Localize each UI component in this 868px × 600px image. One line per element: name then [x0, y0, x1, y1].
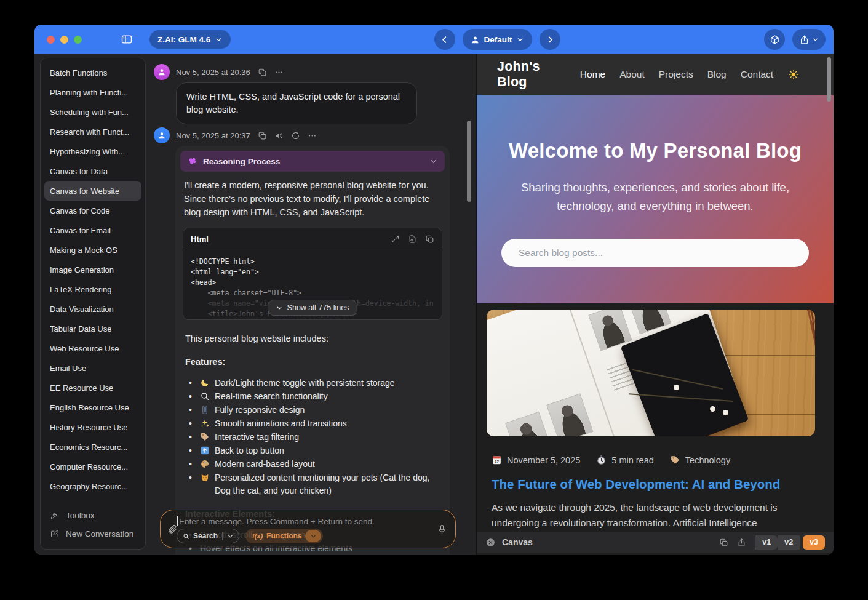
- features-heading: Features:: [185, 356, 440, 369]
- version-button[interactable]: v3: [803, 535, 825, 550]
- speaker-icon[interactable]: [274, 131, 284, 140]
- extensions-button[interactable]: [764, 29, 785, 50]
- sidebar-item-label: EE Resource Use: [50, 383, 113, 393]
- bullet: •: [189, 431, 195, 444]
- forward-button[interactable]: [540, 29, 560, 50]
- copy-code-icon[interactable]: [425, 234, 434, 244]
- more-options-icon[interactable]: [274, 68, 284, 77]
- sun-icon[interactable]: [788, 68, 799, 81]
- minimize-window-button[interactable]: [60, 36, 68, 44]
- wrench-icon: [50, 511, 59, 520]
- chevron-left-icon: [440, 35, 449, 44]
- chevron-down-icon: [310, 533, 317, 540]
- close-canvas-icon[interactable]: [485, 537, 496, 548]
- model-selector[interactable]: Z.AI: GLM 4.6: [149, 30, 231, 49]
- copy-icon[interactable]: [258, 131, 267, 140]
- sidebar-toggle-button[interactable]: [119, 33, 134, 46]
- regenerate-icon[interactable]: [291, 131, 300, 140]
- blog-nav-link[interactable]: Projects: [659, 69, 693, 80]
- feature-text: Smooth animations and transitions: [215, 417, 347, 430]
- sidebar-item[interactable]: Canvas for Data: [44, 161, 141, 181]
- more-options-icon[interactable]: [308, 131, 317, 140]
- sidebar-item-label: Research with Funct...: [50, 127, 129, 137]
- canvas-panel: John's Blog HomeAboutProjectsBlogContact…: [476, 54, 834, 555]
- intro-text: This personal blog website includes:: [185, 332, 440, 345]
- sidebar-item[interactable]: LaTeX Rendering: [44, 279, 141, 299]
- code-line: <!DOCTYPE html>: [191, 257, 434, 267]
- blog-nav-link[interactable]: Home: [580, 69, 605, 80]
- sidebar-item[interactable]: Making a Mock OS: [44, 240, 141, 260]
- profile-selector[interactable]: Default: [463, 29, 533, 50]
- blog-nav-link[interactable]: Blog: [707, 69, 727, 80]
- assistant-message-card: Reasoning Process I'll create a modern, …: [175, 146, 450, 555]
- sidebar-item[interactable]: Image Generation: [44, 260, 141, 279]
- blog-nav-link[interactable]: About: [619, 69, 645, 80]
- toolbox-button[interactable]: Toolbox: [47, 506, 141, 524]
- feature-item: • Real-time search functionality: [189, 390, 440, 403]
- share-button[interactable]: [792, 29, 826, 50]
- post-title[interactable]: The Future of Web Development: AI and Be…: [492, 477, 815, 492]
- bullet: •: [189, 377, 195, 390]
- copy-icon[interactable]: [258, 68, 267, 77]
- cat-icon: [200, 473, 210, 482]
- message-input[interactable]: [179, 514, 428, 528]
- sidebar-item[interactable]: English Resource Use: [44, 398, 141, 417]
- sidebar-item-label: Data Visualization: [50, 305, 114, 314]
- sidebar-item-label: Web Resource Use: [50, 344, 119, 353]
- sidebar-item[interactable]: Canvas for Code: [44, 201, 141, 220]
- reasoning-toggle[interactable]: Reasoning Process: [180, 151, 445, 172]
- code-block: Html <!DOCTYPE html><html lang="en"><hea…: [183, 228, 442, 320]
- traffic-lights: [47, 25, 82, 54]
- back-button[interactable]: [434, 29, 455, 50]
- functions-button[interactable]: f(x) Functions: [245, 529, 323, 543]
- brain-icon: [188, 156, 197, 166]
- sidebar-item-label: Canvas for Website: [50, 186, 119, 196]
- sidebar-item[interactable]: Tabular Data Use: [44, 319, 141, 338]
- timestamp: Nov 5, 2025 at 20:37: [176, 131, 250, 140]
- sidebar-item[interactable]: Research with Funct...: [44, 122, 141, 142]
- navigation-group: Default: [434, 29, 561, 50]
- sidebar-item[interactable]: Batch Functions: [44, 63, 141, 82]
- sidebar-item[interactable]: Canvas for Email: [44, 220, 141, 240]
- sidebar-item[interactable]: Economics Resourc...: [44, 437, 141, 457]
- sidebar-item[interactable]: Planning with Functi...: [44, 82, 141, 102]
- expand-icon[interactable]: [391, 234, 400, 244]
- microphone-icon[interactable]: [437, 524, 447, 534]
- feature-text: Personalized content mentioning your pet…: [215, 471, 440, 497]
- copy-canvas-icon[interactable]: [719, 538, 728, 547]
- blog-search-input[interactable]: [501, 239, 809, 267]
- chat-panel: Nov 5, 2025 at 20:36 Write HTML, CSS, an…: [149, 54, 476, 555]
- save-file-icon[interactable]: [408, 234, 417, 244]
- sidebar-item[interactable]: History Resource Use: [44, 417, 141, 437]
- blog-nav-link[interactable]: Contact: [741, 69, 773, 80]
- sidebar-item-label: Image Generation: [50, 265, 114, 274]
- titlebar: Z.AI: GLM 4.6 Default: [34, 25, 834, 54]
- sidebar-item[interactable]: Geography Resourc...: [44, 476, 141, 496]
- sidebar-item[interactable]: Email Use: [44, 358, 141, 378]
- sidebar-item[interactable]: Computer Resource...: [44, 457, 141, 476]
- sidebar-item[interactable]: Web Resource Use: [44, 338, 141, 358]
- user-message-header: Nov 5, 2025 at 20:36: [176, 68, 284, 77]
- new-conversation-button[interactable]: New Conversation: [47, 524, 141, 543]
- magnifier-icon: [183, 533, 189, 540]
- chevron-down-icon: [276, 305, 283, 311]
- chat-scrollbar[interactable]: [467, 121, 471, 202]
- chevron-right-icon: [546, 35, 555, 44]
- sidebar-item[interactable]: Canvas for Website: [44, 181, 141, 201]
- blog-scrollbar[interactable]: [827, 57, 831, 102]
- user-message-text: Write HTML, CSS, and JavaScript code for…: [186, 92, 400, 114]
- sidebar-item[interactable]: Scheduling with Fun...: [44, 102, 141, 122]
- stopwatch-icon: [596, 455, 607, 465]
- search-mode-button[interactable]: Search: [177, 529, 239, 543]
- sidebar-item[interactable]: EE Resource Use: [44, 378, 141, 398]
- share-canvas-icon[interactable]: [737, 538, 746, 547]
- sidebar-item[interactable]: Data Visualization: [44, 299, 141, 319]
- show-all-lines-button[interactable]: Show all 775 lines: [269, 300, 357, 316]
- version-button[interactable]: v2: [778, 535, 800, 550]
- assistant-avatar: [154, 127, 170, 143]
- sidebar-item[interactable]: Hypothesizing With...: [44, 142, 141, 161]
- version-button[interactable]: v1: [755, 535, 778, 550]
- close-window-button[interactable]: [47, 36, 55, 44]
- functions-chevron[interactable]: [305, 530, 321, 542]
- zoom-window-button[interactable]: [74, 36, 82, 44]
